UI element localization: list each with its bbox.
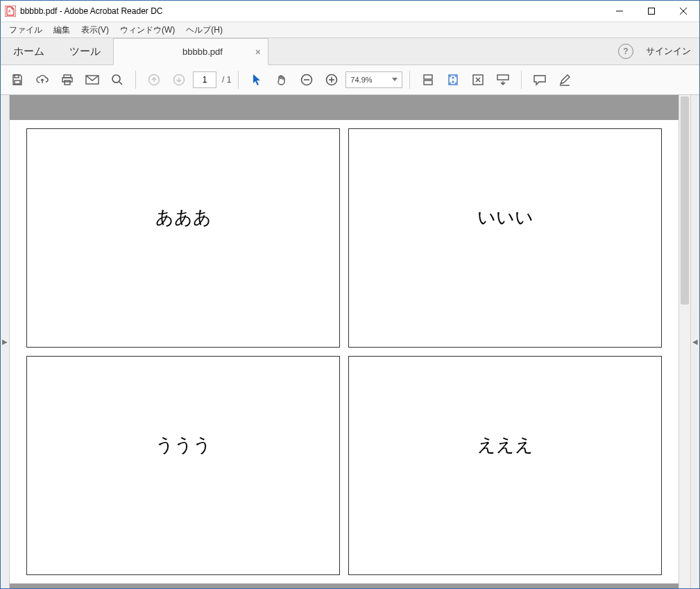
tab-document[interactable]: bbbbb.pdf × [113,38,268,65]
cell-text-2: いいい [477,205,533,230]
zoom-out-icon[interactable] [296,69,318,91]
app-window: A bbbbb.pdf - Adobe Acrobat Reader DC ファ… [0,0,700,589]
chevron-right-icon: ▶ [2,338,8,345]
svg-point-12 [112,75,120,83]
tab-row: ホーム ツール bbbbb.pdf × ? サインイン [1,38,699,65]
page-viewport[interactable]: あああ いいい ううう えええ [10,95,678,588]
prev-page-icon[interactable] [143,69,165,91]
next-page-icon[interactable] [168,69,190,91]
toolbar: / 1 74.9% [1,65,699,95]
cloud-upload-icon[interactable] [31,69,53,91]
tab-home[interactable]: ホーム [1,38,57,65]
menu-help[interactable]: ヘルプ(H) [180,23,228,37]
svg-rect-10 [65,80,70,85]
svg-rect-3 [649,8,655,15]
toolbar-sep [135,71,136,89]
help-icon[interactable]: ? [618,44,633,59]
page-cell: ううう [26,356,340,575]
menu-file[interactable]: ファイル [3,23,48,37]
zoom-in-icon[interactable] [321,69,343,91]
cell-text-3: ううう [155,433,212,457]
chevron-left-icon: ◀ [692,338,698,345]
document-area: ▶ あああ いいい ううう えええ [1,95,699,588]
page-cell: あああ [26,128,340,348]
fit-page-icon[interactable] [442,69,464,91]
window-title: bbbbb.pdf - Adobe Acrobat Reader DC [20,6,162,16]
maximize-button[interactable] [635,1,667,22]
page-cell: えええ [348,356,662,575]
sign-pen-icon[interactable] [554,69,576,91]
zoom-select[interactable]: 74.9% [345,71,402,88]
right-panel-toggle[interactable]: ◀ [690,95,699,588]
left-panel-toggle[interactable]: ▶ [1,95,10,588]
menu-view[interactable]: 表示(V) [76,23,114,37]
vertical-scrollbar[interactable] [678,95,690,588]
svg-rect-9 [62,78,72,82]
read-mode-icon[interactable] [492,69,514,91]
comment-icon[interactable] [529,69,551,91]
tab-tools[interactable]: ツール [57,38,113,65]
menubar: ファイル 編集 表示(V) ウィンドウ(W) ヘルプ(H) [1,22,699,38]
signin-link[interactable]: サインイン [646,45,691,58]
zoom-value: 74.9% [350,76,372,84]
search-icon[interactable] [106,69,128,91]
page-cell: いいい [348,128,662,348]
scroll-thumb[interactable] [681,96,689,305]
toolbar-sep [521,71,522,89]
close-button[interactable] [667,1,699,22]
svg-rect-21 [424,75,432,79]
tab-document-label: bbbbb.pdf [182,46,223,57]
pdf-page: あああ いいい ううう えええ [10,120,678,583]
select-arrow-icon[interactable] [246,69,268,91]
hand-pan-icon[interactable] [271,69,293,91]
fullscreen-icon[interactable] [467,69,489,91]
svg-line-13 [119,82,122,85]
save-icon[interactable] [6,69,28,91]
fit-width-icon[interactable] [417,69,439,91]
mail-icon[interactable] [81,69,103,91]
print-icon[interactable] [56,69,78,91]
toolbar-sep [409,71,410,89]
svg-rect-6 [15,75,19,78]
cell-text-4: えええ [477,433,533,457]
viewport-margin [10,95,678,120]
menu-window[interactable]: ウィンドウ(W) [114,23,180,37]
titlebar: A bbbbb.pdf - Adobe Acrobat Reader DC [1,1,699,22]
minimize-button[interactable] [604,1,635,22]
app-icon: A [5,6,16,17]
cell-text-1: あああ [155,205,212,230]
svg-rect-22 [424,80,432,85]
tab-close-icon[interactable]: × [255,46,261,58]
page-total-label: / 1 [222,75,231,85]
svg-rect-7 [15,80,20,84]
svg-rect-25 [497,75,509,80]
toolbar-sep [238,71,239,89]
menu-edit[interactable]: 編集 [48,23,76,37]
page-number-input[interactable] [193,71,216,88]
